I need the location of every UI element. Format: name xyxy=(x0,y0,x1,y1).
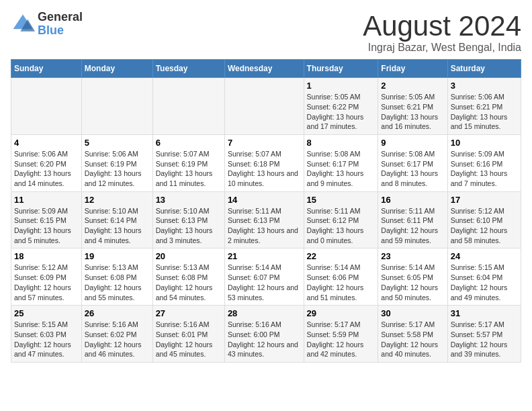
calendar-cell: 22 Sunrise: 5:14 AMSunset: 6:06 PMDaylig… xyxy=(304,248,378,306)
calendar-cell: 28 Sunrise: 5:16 AMSunset: 6:00 PMDaylig… xyxy=(224,306,304,363)
day-info: Sunrise: 5:14 AMSunset: 6:07 PMDaylight:… xyxy=(228,263,298,301)
day-info: Sunrise: 5:08 AMSunset: 6:17 PMDaylight:… xyxy=(381,150,438,187)
header-tuesday: Tuesday xyxy=(152,60,224,78)
day-number: 20 xyxy=(156,251,222,261)
calendar-cell: 15 Sunrise: 5:11 AMSunset: 6:12 PMDaylig… xyxy=(304,191,378,248)
day-number: 8 xyxy=(307,138,375,148)
calendar-cell: 30 Sunrise: 5:17 AMSunset: 5:58 PMDaylig… xyxy=(378,306,447,363)
calendar-cell: 4 Sunrise: 5:06 AMSunset: 6:20 PMDayligh… xyxy=(11,134,82,191)
day-info: Sunrise: 5:06 AMSunset: 6:19 PMDaylight:… xyxy=(85,150,142,187)
day-number: 17 xyxy=(451,195,518,205)
calendar-cell: 23 Sunrise: 5:14 AMSunset: 6:05 PMDaylig… xyxy=(378,248,447,306)
day-number: 19 xyxy=(85,251,150,261)
calendar-cell: 11 Sunrise: 5:09 AMSunset: 6:15 PMDaylig… xyxy=(11,191,82,248)
calendar-cell xyxy=(81,78,152,135)
calendar-cell: 27 Sunrise: 5:16 AMSunset: 6:01 PMDaylig… xyxy=(152,306,224,363)
calendar-cell: 19 Sunrise: 5:13 AMSunset: 6:08 PMDaylig… xyxy=(81,248,152,306)
day-info: Sunrise: 5:11 AMSunset: 6:11 PMDaylight:… xyxy=(381,207,438,244)
day-number: 22 xyxy=(307,251,375,261)
day-number: 9 xyxy=(381,138,444,148)
week-row-5: 25 Sunrise: 5:15 AMSunset: 6:03 PMDaylig… xyxy=(11,306,521,363)
header-friday: Friday xyxy=(378,60,447,78)
calendar-header-row: SundayMondayTuesdayWednesdayThursdayFrid… xyxy=(11,60,521,78)
calendar-cell: 2 Sunrise: 5:05 AMSunset: 6:21 PMDayligh… xyxy=(378,78,447,135)
day-number: 27 xyxy=(156,308,222,318)
logo-blue-text: Blue xyxy=(38,24,83,38)
day-info: Sunrise: 5:10 AMSunset: 6:13 PMDaylight:… xyxy=(156,207,213,244)
header-monday: Monday xyxy=(81,60,152,78)
calendar-cell: 9 Sunrise: 5:08 AMSunset: 6:17 PMDayligh… xyxy=(378,134,447,191)
calendar-cell: 1 Sunrise: 5:05 AMSunset: 6:22 PMDayligh… xyxy=(304,78,378,135)
calendar-cell: 17 Sunrise: 5:12 AMSunset: 6:10 PMDaylig… xyxy=(447,191,521,248)
week-row-4: 18 Sunrise: 5:12 AMSunset: 6:09 PMDaylig… xyxy=(11,248,521,306)
calendar-cell: 21 Sunrise: 5:14 AMSunset: 6:07 PMDaylig… xyxy=(224,248,304,306)
title-block: August 2024 Ingraj Bazar, West Bengal, I… xyxy=(363,11,521,54)
logo-text: General Blue xyxy=(38,11,83,38)
day-info: Sunrise: 5:15 AMSunset: 6:04 PMDaylight:… xyxy=(451,263,508,301)
calendar-cell: 14 Sunrise: 5:11 AMSunset: 6:13 PMDaylig… xyxy=(224,191,304,248)
day-number: 29 xyxy=(307,308,375,318)
calendar-cell: 20 Sunrise: 5:13 AMSunset: 6:08 PMDaylig… xyxy=(152,248,224,306)
day-info: Sunrise: 5:07 AMSunset: 6:19 PMDaylight:… xyxy=(156,150,213,187)
day-info: Sunrise: 5:09 AMSunset: 6:16 PMDaylight:… xyxy=(451,150,508,187)
calendar-cell: 16 Sunrise: 5:11 AMSunset: 6:11 PMDaylig… xyxy=(378,191,447,248)
day-info: Sunrise: 5:11 AMSunset: 6:13 PMDaylight:… xyxy=(228,207,298,244)
calendar-cell: 5 Sunrise: 5:06 AMSunset: 6:19 PMDayligh… xyxy=(81,134,152,191)
day-info: Sunrise: 5:10 AMSunset: 6:14 PMDaylight:… xyxy=(85,207,142,244)
day-number: 26 xyxy=(85,308,150,318)
logo-icon xyxy=(11,12,35,36)
day-number: 28 xyxy=(228,308,301,318)
day-info: Sunrise: 5:14 AMSunset: 6:05 PMDaylight:… xyxy=(381,263,438,301)
day-info: Sunrise: 5:17 AMSunset: 5:57 PMDaylight:… xyxy=(451,320,508,358)
calendar-cell: 6 Sunrise: 5:07 AMSunset: 6:19 PMDayligh… xyxy=(152,134,224,191)
calendar-cell: 8 Sunrise: 5:08 AMSunset: 6:17 PMDayligh… xyxy=(304,134,378,191)
day-info: Sunrise: 5:17 AMSunset: 5:58 PMDaylight:… xyxy=(381,320,438,358)
logo: General Blue xyxy=(11,11,83,38)
day-number: 6 xyxy=(156,138,222,148)
header-saturday: Saturday xyxy=(447,60,521,78)
calendar-cell xyxy=(152,78,224,135)
day-number: 13 xyxy=(156,195,222,205)
day-info: Sunrise: 5:13 AMSunset: 6:08 PMDaylight:… xyxy=(156,263,213,301)
calendar-table: SundayMondayTuesdayWednesdayThursdayFrid… xyxy=(11,59,521,363)
day-info: Sunrise: 5:06 AMSunset: 6:20 PMDaylight:… xyxy=(14,150,71,187)
day-info: Sunrise: 5:07 AMSunset: 6:18 PMDaylight:… xyxy=(228,150,298,187)
calendar-cell: 12 Sunrise: 5:10 AMSunset: 6:14 PMDaylig… xyxy=(81,191,152,248)
header-wednesday: Wednesday xyxy=(224,60,304,78)
calendar-cell: 3 Sunrise: 5:06 AMSunset: 6:21 PMDayligh… xyxy=(447,78,521,135)
day-number: 16 xyxy=(381,195,444,205)
day-number: 7 xyxy=(228,138,301,148)
day-number: 3 xyxy=(451,81,518,91)
day-info: Sunrise: 5:16 AMSunset: 6:01 PMDaylight:… xyxy=(156,320,213,358)
week-row-3: 11 Sunrise: 5:09 AMSunset: 6:15 PMDaylig… xyxy=(11,191,521,248)
calendar-cell xyxy=(224,78,304,135)
day-info: Sunrise: 5:09 AMSunset: 6:15 PMDaylight:… xyxy=(14,207,71,244)
day-number: 23 xyxy=(381,251,444,261)
calendar-cell: 7 Sunrise: 5:07 AMSunset: 6:18 PMDayligh… xyxy=(224,134,304,191)
calendar-cell: 29 Sunrise: 5:17 AMSunset: 5:59 PMDaylig… xyxy=(304,306,378,363)
day-number: 10 xyxy=(451,138,518,148)
day-info: Sunrise: 5:08 AMSunset: 6:17 PMDaylight:… xyxy=(307,150,364,187)
day-info: Sunrise: 5:05 AMSunset: 6:21 PMDaylight:… xyxy=(381,93,438,130)
logo-general-text: General xyxy=(38,11,83,24)
day-number: 31 xyxy=(451,308,518,318)
day-info: Sunrise: 5:16 AMSunset: 6:02 PMDaylight:… xyxy=(85,320,142,358)
day-info: Sunrise: 5:13 AMSunset: 6:08 PMDaylight:… xyxy=(85,263,142,301)
calendar-cell: 13 Sunrise: 5:10 AMSunset: 6:13 PMDaylig… xyxy=(152,191,224,248)
day-info: Sunrise: 5:12 AMSunset: 6:09 PMDaylight:… xyxy=(14,263,71,301)
day-info: Sunrise: 5:16 AMSunset: 6:00 PMDaylight:… xyxy=(228,320,298,358)
day-info: Sunrise: 5:05 AMSunset: 6:22 PMDaylight:… xyxy=(307,93,364,130)
calendar-cell: 25 Sunrise: 5:15 AMSunset: 6:03 PMDaylig… xyxy=(11,306,82,363)
calendar-cell: 10 Sunrise: 5:09 AMSunset: 6:16 PMDaylig… xyxy=(447,134,521,191)
day-info: Sunrise: 5:17 AMSunset: 5:59 PMDaylight:… xyxy=(307,320,364,358)
calendar-cell: 18 Sunrise: 5:12 AMSunset: 6:09 PMDaylig… xyxy=(11,248,82,306)
header-thursday: Thursday xyxy=(304,60,378,78)
calendar-cell xyxy=(11,78,82,135)
day-number: 15 xyxy=(307,195,375,205)
main-title: August 2024 xyxy=(363,11,521,42)
day-number: 5 xyxy=(85,138,150,148)
page-header: General Blue August 2024 Ingraj Bazar, W… xyxy=(11,11,521,54)
day-info: Sunrise: 5:14 AMSunset: 6:06 PMDaylight:… xyxy=(307,263,364,301)
day-number: 2 xyxy=(381,81,444,91)
day-info: Sunrise: 5:06 AMSunset: 6:21 PMDaylight:… xyxy=(451,93,508,130)
